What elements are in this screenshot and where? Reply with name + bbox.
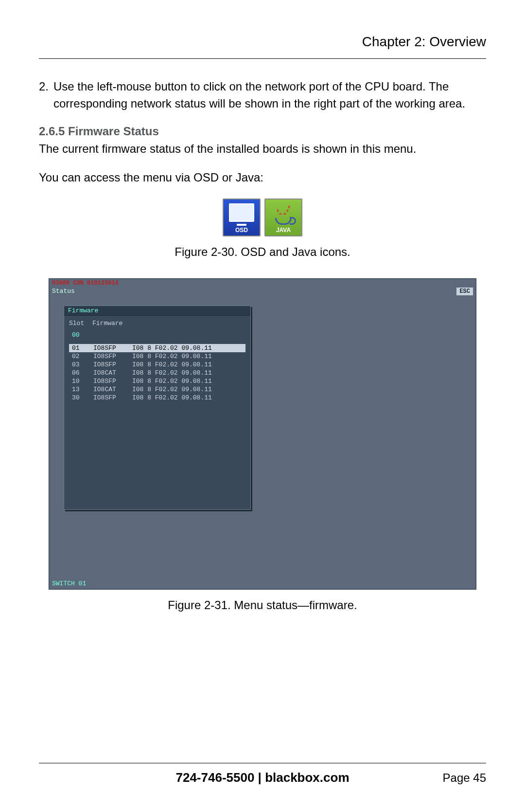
table-row[interactable]: 10IO8SFPI08 8 F02.02 09.08.11: [69, 377, 245, 385]
table-row-00[interactable]: 00: [69, 331, 245, 339]
footer-site: blackbox.com: [265, 770, 349, 785]
figure-caption-31: Figure 2-31. Menu status—firmware.: [39, 598, 486, 612]
monitor-icon: [229, 203, 254, 222]
footer-divider: [39, 763, 486, 763]
osd-icon: OSD: [223, 198, 261, 236]
footer-phone: 724-746-5500: [175, 770, 254, 785]
paragraph: The current firmware status of the insta…: [39, 141, 486, 158]
osd-label: OSD: [235, 227, 248, 234]
java-label: JAVA: [276, 227, 291, 234]
icon-row: OSD ࿚ JAVA: [39, 198, 486, 236]
table-row[interactable]: 13IO8CATI08 8 F02.02 09.08.11: [69, 385, 245, 394]
table-row[interactable]: 30IO8SFPI08 8 F02.02 09.08.11: [69, 394, 245, 402]
table-header: Slot Firmware: [69, 320, 245, 327]
step-2: 2. Use the left-mouse button to click on…: [39, 78, 486, 112]
ss-connection-id: 03000 CON 010123614: [52, 280, 119, 287]
table-row[interactable]: 03IO8SFPI08 8 F02.02 09.08.11: [69, 361, 245, 369]
switch-label: SWITCH 01: [52, 580, 86, 587]
table-row[interactable]: 06IO8CATI08 8 F02.02 09.08.11: [69, 369, 245, 377]
paragraph: You can access the menu via OSD or Java:: [39, 169, 486, 186]
steam-icon: ࿚: [276, 203, 291, 218]
figure-caption-30: Figure 2-30. OSD and Java icons.: [39, 245, 486, 259]
firmware-screenshot: 03000 CON 010123614 Status ESC Firmware …: [49, 278, 476, 590]
java-icon: ࿚ JAVA: [264, 198, 302, 236]
chapter-header: Chapter 2: Overview: [39, 34, 486, 59]
step-number: 2.: [39, 78, 53, 112]
table-row[interactable]: 01IO8SFPI08 8 F02.02 09.08.11: [69, 344, 245, 352]
page-number: Page 45: [443, 771, 486, 785]
page-footer: 724-746-5500 | blackbox.com Page 45: [39, 770, 486, 785]
cup-icon: [275, 218, 292, 225]
ss-status-label: Status: [52, 288, 75, 295]
col-firmware: Firmware: [92, 320, 122, 327]
step-text: Use the left-mouse button to click on th…: [53, 78, 486, 112]
esc-button[interactable]: ESC: [456, 288, 473, 295]
firmware-panel: Firmware Slot Firmware 00 01IO8SFPI08 8 …: [64, 306, 251, 510]
footer-sep: |: [254, 770, 265, 785]
table-row[interactable]: 02IO8SFPI08 8 F02.02 09.08.11: [69, 352, 245, 361]
col-slot: Slot: [69, 320, 92, 327]
panel-title: Firmware: [64, 306, 250, 316]
section-heading: 2.6.5 Firmware Status: [39, 125, 486, 138]
